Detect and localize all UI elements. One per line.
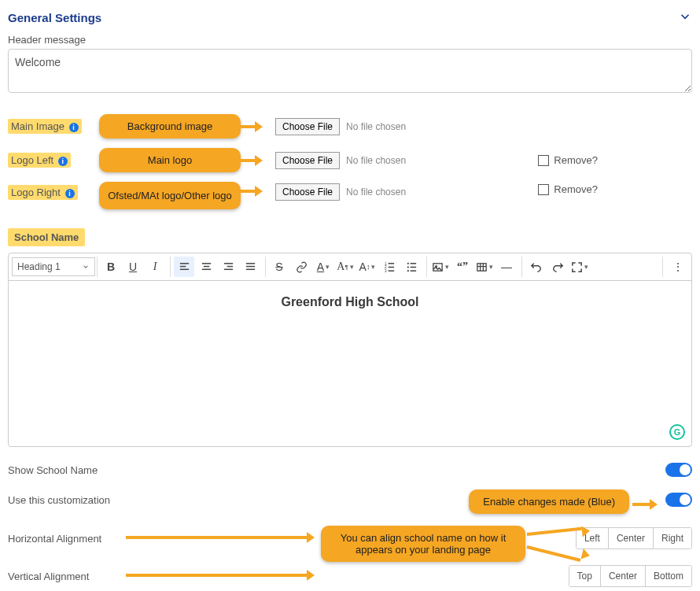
svg-text:3: 3 [384, 269, 386, 273]
table-button[interactable]: ▾ [474, 257, 495, 277]
choose-file-logo-left[interactable]: Choose File [275, 152, 340, 169]
align-justify-button[interactable] [240, 257, 260, 277]
callout-other-logo: Ofsted/MAt logo/Other logo [99, 182, 241, 209]
bullet-list-button[interactable] [401, 257, 422, 277]
remove-label: Remove? [554, 183, 598, 195]
callout-align: You can align school name on how it appe… [321, 526, 525, 562]
info-icon[interactable]: i [65, 189, 75, 198]
remove-logo-right-checkbox[interactable] [538, 184, 549, 195]
svg-rect-26 [477, 263, 486, 270]
file-status: No file chosen [346, 121, 406, 132]
horizontal-alignment-group: Left Center Right [576, 527, 692, 549]
numbered-list-button[interactable]: 123 [379, 257, 400, 277]
file-status: No file chosen [346, 187, 406, 198]
arrow-icon [527, 541, 590, 552]
link-button[interactable] [291, 257, 311, 277]
choose-file-logo-right[interactable]: Choose File [275, 183, 340, 201]
align-center-button[interactable] [196, 257, 216, 277]
font-family-button[interactable]: A¶▾ [335, 257, 356, 277]
file-status: No file chosen [346, 155, 406, 166]
callout-bg-image: Background image [99, 114, 241, 139]
arrow-icon [126, 532, 315, 543]
remove-label: Remove? [554, 154, 598, 166]
grammarly-icon[interactable]: G [669, 424, 685, 440]
arrow-icon [241, 121, 263, 132]
vertical-alignment-group: Top Center Bottom [569, 565, 692, 587]
section-title: General Settings [8, 11, 101, 24]
italic-button[interactable]: I [145, 257, 165, 277]
use-customization-toggle[interactable] [665, 493, 692, 507]
main-image-label: Main Image i [8, 119, 82, 134]
show-school-name-toggle[interactable] [665, 463, 692, 477]
v-align-bottom[interactable]: Bottom [645, 566, 691, 586]
show-school-name-label: Show School Name [8, 464, 98, 476]
arrow-icon [632, 499, 658, 510]
logo-right-label: Logo Right i [8, 185, 78, 200]
h-align-right[interactable]: Right [653, 528, 691, 549]
info-icon[interactable]: i [69, 123, 79, 132]
collapse-icon[interactable] [678, 9, 692, 26]
editor-body[interactable]: Greenford High School G [9, 281, 691, 446]
editor-toolbar: Heading 1 B U I S A▾ A¶▾ A↕▾ 123 ▾ “” ▾ [9, 253, 691, 281]
callout-main-logo: Main logo [99, 148, 241, 172]
vertical-alignment-label: Vertical Alignment [8, 571, 89, 582]
remove-logo-left-checkbox[interactable] [538, 155, 549, 166]
arrow-icon [126, 570, 315, 581]
info-icon[interactable]: i [58, 157, 68, 166]
logo-left-label: Logo Left i [8, 153, 71, 168]
section-header: General Settings [8, 6, 692, 34]
strikethrough-button[interactable]: S [269, 257, 289, 277]
underline-button[interactable]: U [123, 257, 143, 277]
undo-button[interactable] [525, 257, 546, 277]
image-button[interactable]: ▾ [430, 257, 451, 277]
svg-point-22 [407, 270, 408, 271]
align-left-button[interactable] [174, 257, 194, 277]
arrow-icon [241, 155, 263, 166]
svg-point-20 [407, 266, 408, 268]
hr-button[interactable]: ― [496, 257, 517, 277]
quote-button[interactable]: “” [452, 257, 473, 277]
heading-select[interactable]: Heading 1 [12, 257, 95, 276]
font-size-button[interactable]: A↕▾ [357, 257, 378, 277]
expand-button[interactable]: ▾ [569, 257, 590, 277]
arrow-icon [527, 529, 590, 540]
header-message-input[interactable] [8, 49, 692, 93]
rich-text-editor: Heading 1 B U I S A▾ A¶▾ A↕▾ 123 ▾ “” ▾ [8, 253, 692, 447]
align-right-button[interactable] [218, 257, 238, 277]
svg-point-18 [407, 262, 408, 264]
text-color-button[interactable]: A▾ [313, 257, 333, 277]
redo-button[interactable] [547, 257, 568, 277]
editor-content: Greenford High School [23, 295, 677, 309]
v-align-center[interactable]: Center [600, 566, 645, 586]
bold-button[interactable]: B [101, 257, 121, 277]
h-align-center[interactable]: Center [608, 528, 653, 549]
v-align-top[interactable]: Top [569, 566, 600, 586]
choose-file-main-image[interactable]: Choose File [275, 118, 340, 135]
horizontal-alignment-label: Horizontal Alignment [8, 533, 101, 545]
header-message-label: Header message [8, 34, 692, 46]
arrow-icon [241, 186, 263, 197]
callout-enable: Enable changes made (Blue) [469, 489, 629, 514]
more-button[interactable]: ⋮ [668, 257, 688, 277]
use-customization-label: Use this customization [8, 494, 110, 506]
school-name-label: School Name [8, 228, 85, 246]
